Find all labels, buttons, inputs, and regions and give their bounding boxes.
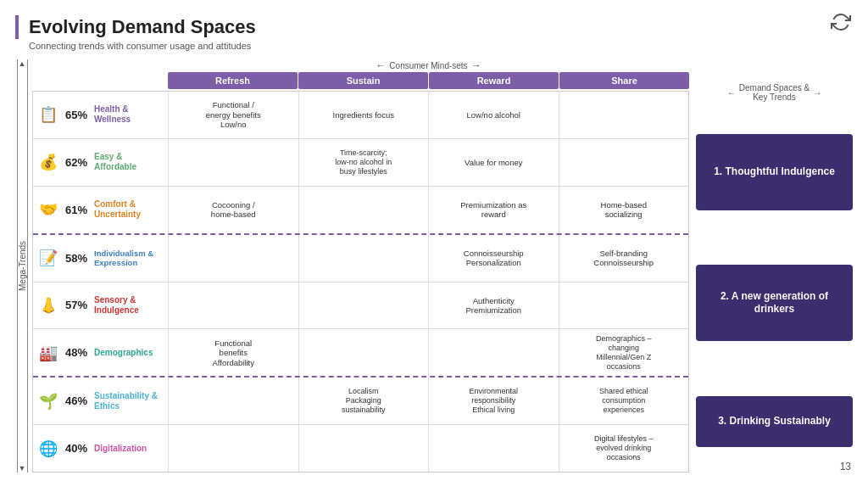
cells-comfort: Cocooning /home-based Premiumization asr…	[169, 187, 688, 233]
cell-demo-reward	[429, 329, 559, 376]
sustain-pct: 46%	[65, 394, 89, 407]
title-bar	[15, 15, 19, 39]
cell-sensory-sustain	[299, 282, 430, 329]
page: Evolving Demand Spaces Connecting trends…	[0, 0, 868, 481]
cell-sensory-refresh	[169, 282, 299, 329]
easy-icon: 💰	[36, 150, 60, 174]
sustain-icon: 🌱	[36, 389, 60, 413]
col-share: Share	[559, 72, 689, 89]
cell-health-refresh: Functional /energy benefitsLow/no	[169, 92, 299, 138]
table-row: 🌱 46% Sustainability & Ethics LocalismPa…	[33, 378, 688, 425]
demand-spaces-header: ← Demand Spaces & Key Trends →	[696, 59, 853, 102]
table-row: 🤝 61% Comfort & Uncertainty Cocooning /h…	[33, 187, 688, 235]
consumer-mindsets-label: Consumer Mind-sets	[389, 61, 467, 70]
arrow-right-demand: →	[813, 88, 821, 98]
cell-dig-share: Digital lifestyles –evolved drinkingocca…	[559, 425, 689, 472]
sustain-name: Sustainability & Ethics	[94, 391, 164, 411]
cell-demo-refresh: FunctionalbenefitsAffordability	[169, 329, 299, 376]
comfort-pct: 61%	[65, 204, 89, 216]
cells-demographics: FunctionalbenefitsAffordability Demograp…	[169, 329, 688, 376]
digital-name: Digitalization	[94, 444, 147, 454]
cell-individual-refresh	[169, 235, 299, 282]
row-label-comfort: 🤝 61% Comfort & Uncertainty	[33, 187, 169, 233]
cell-sensory-share	[559, 282, 689, 329]
cell-comfort-sustain	[299, 187, 430, 233]
cell-comfort-share: Home-basedsocializing	[559, 187, 689, 233]
cell-health-sustain: Ingredients focus	[299, 92, 430, 138]
demand-card-1: 1. Thoughtful Indulgence	[696, 134, 853, 210]
comfort-icon: 🤝	[36, 198, 60, 221]
sensory-icon: 👃	[36, 294, 60, 317]
demand-cards: 1. Thoughtful Indulgence 2. A new genera…	[696, 109, 853, 473]
table-row: 📝 58% Individualism & Expression Connois…	[33, 235, 688, 282]
row-label-health: 📋 65% Health & Wellness	[33, 92, 169, 138]
table-row: 💰 62% Easy & Affordable Time-scarcity;lo…	[33, 139, 688, 187]
demographics-pct: 48%	[65, 346, 89, 359]
cell-dig-sustain	[299, 425, 430, 472]
row-label-sensory: 👃 57% Sensory & Indulgence	[33, 282, 169, 329]
cells-sensory: AuthenticityPremiumization	[169, 282, 688, 329]
row-label-digital: 🌐 40% Digitalization	[33, 425, 169, 472]
cell-sensory-reward: AuthenticityPremiumization	[429, 282, 559, 329]
row-label-individual: 📝 58% Individualism & Expression	[33, 235, 169, 282]
title-area: Evolving Demand Spaces Connecting trends…	[15, 15, 853, 51]
cell-easy-sustain: Time-scarcity;low-no alcohol inbusy life…	[299, 139, 430, 186]
cell-demo-share: Demographics –changingMillennial/Gen Zoc…	[559, 329, 689, 376]
row-label-easy: 💰 62% Easy & Affordable	[33, 139, 169, 186]
arrow-right-mindsets: →	[471, 59, 481, 71]
demographics-icon: 🏭	[36, 341, 60, 365]
demand-card-2: 2. A new generation of drinkers	[696, 265, 853, 341]
arrow-left-mindsets: ←	[376, 59, 386, 71]
data-rows: 📋 65% Health & Wellness Functional /ener…	[32, 91, 689, 473]
cell-dig-reward	[429, 425, 559, 472]
cell-sus-share: Shared ethicalconsumptionexperiences	[559, 378, 689, 424]
cells-individual: ConnoisseurshipPersonalization Self-bran…	[169, 235, 688, 282]
demand-card-3: 3. Drinking Sustainably	[696, 396, 853, 447]
main-title: Evolving Demand Spaces	[15, 15, 853, 39]
cell-sus-refresh	[169, 378, 299, 424]
cell-dig-refresh	[169, 425, 299, 472]
cell-easy-reward: Value for money	[429, 139, 559, 186]
cell-comfort-reward: Premiumization asreward	[429, 187, 559, 233]
individual-name: Individualism & Expression	[94, 249, 164, 268]
comfort-name: Comfort & Uncertainty	[94, 199, 164, 220]
table-row: 📋 65% Health & Wellness Functional /ener…	[33, 92, 688, 139]
easy-name: Easy & Affordable	[94, 152, 164, 172]
left-section: ▲ Mega-Trends ▼ ← Consumer Mind-sets →	[15, 59, 689, 473]
cell-sus-reward: EnvironmentalresponsibilityEthical livin…	[429, 378, 559, 424]
mega-trends-label: Mega-Trends	[17, 59, 28, 473]
content-area: ▲ Mega-Trends ▼ ← Consumer Mind-sets →	[15, 59, 853, 473]
table-row: 👃 57% Sensory & Indulgence AuthenticityP…	[33, 282, 688, 330]
cells-health: Functional /energy benefitsLow/no Ingred…	[169, 92, 688, 138]
demographics-name: Demographics	[94, 348, 153, 358]
health-pct: 65%	[65, 109, 89, 121]
individual-pct: 58%	[65, 252, 89, 265]
right-section: ← Demand Spaces & Key Trends → 1. Though…	[696, 59, 853, 473]
table-area: ← Consumer Mind-sets → Refresh Sustain R…	[32, 59, 689, 473]
col-sustain: Sustain	[298, 72, 428, 89]
col-refresh: Refresh	[168, 72, 298, 89]
cells-digital: Digital lifestyles –evolved drinkingocca…	[169, 425, 688, 472]
table-row: 🏭 48% Demographics FunctionalbenefitsAff…	[33, 329, 688, 378]
cell-comfort-refresh: Cocooning /home-based	[169, 187, 299, 233]
table-row: 🌐 40% Digitalization Digital lifestyles …	[33, 425, 688, 472]
refresh-icon[interactable]	[831, 12, 851, 32]
digital-pct: 40%	[65, 442, 89, 455]
cell-easy-share	[559, 139, 689, 186]
digital-icon: 🌐	[36, 437, 60, 461]
health-icon: 📋	[36, 103, 60, 126]
sensory-pct: 57%	[65, 299, 89, 311]
cells-easy: Time-scarcity;low-no alcohol inbusy life…	[169, 139, 688, 186]
health-name: Health & Wellness	[94, 104, 164, 125]
cell-individual-sustain	[299, 235, 430, 282]
page-title: Evolving Demand Spaces	[29, 16, 256, 38]
subtitle: Connecting trends with consumer usage an…	[29, 41, 853, 51]
cells-sustain: LocalismPackagingsustainability Environm…	[169, 378, 688, 424]
col-headers: Refresh Sustain Reward Share	[168, 72, 689, 89]
cell-demo-sustain	[299, 329, 430, 376]
cell-individual-share: Self-brandingConnoisseurship	[559, 235, 689, 282]
cell-easy-refresh	[169, 139, 299, 186]
easy-pct: 62%	[65, 156, 89, 169]
row-label-demographics: 🏭 48% Demographics	[33, 329, 169, 376]
page-number: 13	[840, 461, 851, 473]
